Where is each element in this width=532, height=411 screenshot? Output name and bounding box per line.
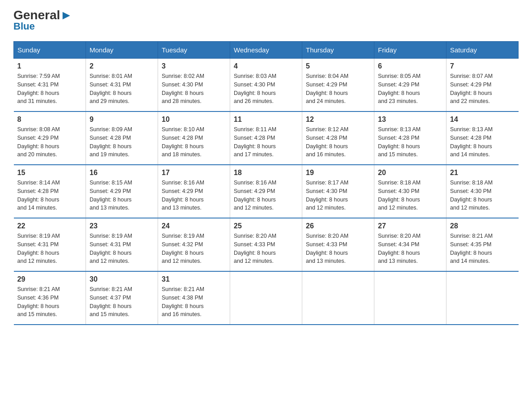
day-info: Sunrise: 7:59 AMSunset: 4:31 PMDaylight:…: [17, 72, 82, 106]
day-info: Sunrise: 8:11 AMSunset: 4:28 PMDaylight:…: [234, 125, 298, 159]
day-info: Sunrise: 8:21 AMSunset: 4:38 PMDaylight:…: [162, 285, 226, 319]
day-number: 4: [234, 62, 298, 70]
calendar-cell: 15Sunrise: 8:14 AMSunset: 4:28 PMDayligh…: [14, 165, 86, 218]
day-number: 18: [234, 169, 298, 177]
day-number: 22: [17, 222, 82, 230]
day-info: Sunrise: 8:05 AMSunset: 4:29 PMDaylight:…: [378, 72, 442, 106]
calendar-cell: 30Sunrise: 8:21 AMSunset: 4:37 PMDayligh…: [86, 271, 158, 325]
day-number: 23: [90, 222, 154, 230]
day-info: Sunrise: 8:04 AMSunset: 4:29 PMDaylight:…: [306, 72, 370, 106]
day-info: Sunrise: 8:09 AMSunset: 4:28 PMDaylight:…: [90, 125, 154, 159]
day-number: 26: [306, 222, 370, 230]
day-number: 20: [378, 169, 442, 177]
calendar-cell: 17Sunrise: 8:16 AMSunset: 4:29 PMDayligh…: [158, 165, 230, 218]
day-info: Sunrise: 8:10 AMSunset: 4:28 PMDaylight:…: [162, 125, 226, 159]
calendar-cell: 29Sunrise: 8:21 AMSunset: 4:36 PMDayligh…: [14, 271, 86, 325]
day-info: Sunrise: 8:18 AMSunset: 4:30 PMDaylight:…: [378, 179, 442, 212]
weekday-header-wednesday: Wednesday: [230, 42, 302, 59]
day-number: 6: [378, 62, 442, 70]
calendar-cell: 22Sunrise: 8:19 AMSunset: 4:31 PMDayligh…: [14, 218, 86, 271]
day-info: Sunrise: 8:01 AMSunset: 4:31 PMDaylight:…: [90, 72, 154, 106]
calendar-cell: 10Sunrise: 8:10 AMSunset: 4:28 PMDayligh…: [158, 111, 230, 165]
day-info: Sunrise: 8:20 AMSunset: 4:33 PMDaylight:…: [306, 232, 370, 265]
day-number: 15: [17, 169, 82, 177]
calendar-cell: 11Sunrise: 8:11 AMSunset: 4:28 PMDayligh…: [230, 111, 302, 165]
day-number: 29: [17, 275, 82, 283]
day-number: 28: [450, 222, 515, 230]
day-info: Sunrise: 8:16 AMSunset: 4:29 PMDaylight:…: [234, 179, 298, 212]
day-info: Sunrise: 8:03 AMSunset: 4:30 PMDaylight:…: [234, 72, 298, 106]
day-number: 25: [234, 222, 298, 230]
day-number: 24: [162, 222, 226, 230]
day-info: Sunrise: 8:16 AMSunset: 4:29 PMDaylight:…: [162, 179, 226, 212]
day-number: 30: [90, 275, 154, 283]
day-info: Sunrise: 8:13 AMSunset: 4:28 PMDaylight:…: [378, 125, 442, 159]
day-info: Sunrise: 8:12 AMSunset: 4:28 PMDaylight:…: [306, 125, 370, 159]
calendar-cell: 2Sunrise: 8:01 AMSunset: 4:31 PMDaylight…: [86, 59, 158, 112]
day-info: Sunrise: 8:19 AMSunset: 4:32 PMDaylight:…: [162, 232, 226, 265]
calendar-cell: 27Sunrise: 8:20 AMSunset: 4:34 PMDayligh…: [374, 218, 446, 271]
day-number: 9: [90, 116, 154, 124]
day-number: 3: [162, 62, 226, 70]
calendar-body: 1Sunrise: 7:59 AMSunset: 4:31 PMDaylight…: [14, 59, 519, 325]
day-number: 13: [378, 116, 442, 124]
calendar-cell: 6Sunrise: 8:05 AMSunset: 4:29 PMDaylight…: [374, 59, 446, 112]
day-number: 17: [162, 169, 226, 177]
day-number: 2: [90, 62, 154, 70]
day-number: 5: [306, 62, 370, 70]
calendar-cell: 8Sunrise: 8:08 AMSunset: 4:29 PMDaylight…: [14, 111, 86, 165]
day-info: Sunrise: 8:02 AMSunset: 4:30 PMDaylight:…: [162, 72, 226, 106]
calendar-cell: [374, 271, 446, 325]
calendar-cell: 12Sunrise: 8:12 AMSunset: 4:28 PMDayligh…: [302, 111, 374, 165]
calendar-cell: 4Sunrise: 8:03 AMSunset: 4:30 PMDaylight…: [230, 59, 302, 112]
calendar-cell: 14Sunrise: 8:13 AMSunset: 4:28 PMDayligh…: [446, 111, 519, 165]
logo: General► Blue: [13, 9, 73, 32]
weekday-header-thursday: Thursday: [302, 42, 374, 59]
calendar-cell: 23Sunrise: 8:19 AMSunset: 4:31 PMDayligh…: [86, 218, 158, 271]
calendar-cell: 9Sunrise: 8:09 AMSunset: 4:28 PMDaylight…: [86, 111, 158, 165]
day-info: Sunrise: 8:17 AMSunset: 4:30 PMDaylight:…: [306, 179, 370, 212]
day-number: 1: [17, 62, 82, 70]
day-info: Sunrise: 8:21 AMSunset: 4:36 PMDaylight:…: [17, 285, 82, 319]
day-info: Sunrise: 8:07 AMSunset: 4:29 PMDaylight:…: [450, 72, 515, 106]
calendar-cell: 24Sunrise: 8:19 AMSunset: 4:32 PMDayligh…: [158, 218, 230, 271]
calendar-table: SundayMondayTuesdayWednesdayThursdayFrid…: [13, 41, 519, 325]
calendar-cell: 28Sunrise: 8:21 AMSunset: 4:35 PMDayligh…: [446, 218, 519, 271]
calendar-cell: 1Sunrise: 7:59 AMSunset: 4:31 PMDaylight…: [14, 59, 86, 112]
calendar-week-row: 8Sunrise: 8:08 AMSunset: 4:29 PMDaylight…: [14, 111, 519, 165]
calendar-cell: 19Sunrise: 8:17 AMSunset: 4:30 PMDayligh…: [302, 165, 374, 218]
day-info: Sunrise: 8:19 AMSunset: 4:31 PMDaylight:…: [90, 232, 154, 265]
calendar-cell: 3Sunrise: 8:02 AMSunset: 4:30 PMDaylight…: [158, 59, 230, 112]
day-info: Sunrise: 8:13 AMSunset: 4:28 PMDaylight:…: [450, 125, 515, 159]
calendar-cell: 31Sunrise: 8:21 AMSunset: 4:38 PMDayligh…: [158, 271, 230, 325]
day-info: Sunrise: 8:20 AMSunset: 4:34 PMDaylight:…: [378, 232, 442, 265]
calendar-cell: 7Sunrise: 8:07 AMSunset: 4:29 PMDaylight…: [446, 59, 519, 112]
calendar-cell: 16Sunrise: 8:15 AMSunset: 4:29 PMDayligh…: [86, 165, 158, 218]
day-number: 12: [306, 116, 370, 124]
day-number: 14: [450, 116, 515, 124]
day-info: Sunrise: 8:21 AMSunset: 4:35 PMDaylight:…: [450, 232, 515, 265]
calendar-cell: 13Sunrise: 8:13 AMSunset: 4:28 PMDayligh…: [374, 111, 446, 165]
calendar-week-row: 15Sunrise: 8:14 AMSunset: 4:28 PMDayligh…: [14, 165, 519, 218]
weekday-header-row: SundayMondayTuesdayWednesdayThursdayFrid…: [14, 42, 519, 59]
day-info: Sunrise: 8:20 AMSunset: 4:33 PMDaylight:…: [234, 232, 298, 265]
day-info: Sunrise: 8:18 AMSunset: 4:30 PMDaylight:…: [450, 179, 515, 212]
weekday-header-sunday: Sunday: [14, 42, 86, 59]
calendar-week-row: 29Sunrise: 8:21 AMSunset: 4:36 PMDayligh…: [14, 271, 519, 325]
day-number: 8: [17, 116, 82, 124]
day-number: 16: [90, 169, 154, 177]
page-header: General► Blue: [13, 9, 519, 32]
day-info: Sunrise: 8:15 AMSunset: 4:29 PMDaylight:…: [90, 179, 154, 212]
logo-blue-text: Blue: [13, 21, 35, 32]
calendar-cell: 5Sunrise: 8:04 AMSunset: 4:29 PMDaylight…: [302, 59, 374, 112]
calendar-cell: 20Sunrise: 8:18 AMSunset: 4:30 PMDayligh…: [374, 165, 446, 218]
calendar-cell: [230, 271, 302, 325]
day-number: 31: [162, 275, 226, 283]
day-number: 19: [306, 169, 370, 177]
weekday-header-tuesday: Tuesday: [158, 42, 230, 59]
calendar-cell: 25Sunrise: 8:20 AMSunset: 4:33 PMDayligh…: [230, 218, 302, 271]
day-number: 11: [234, 116, 298, 124]
calendar-cell: 26Sunrise: 8:20 AMSunset: 4:33 PMDayligh…: [302, 218, 374, 271]
day-info: Sunrise: 8:19 AMSunset: 4:31 PMDaylight:…: [17, 232, 82, 265]
calendar-week-row: 22Sunrise: 8:19 AMSunset: 4:31 PMDayligh…: [14, 218, 519, 271]
